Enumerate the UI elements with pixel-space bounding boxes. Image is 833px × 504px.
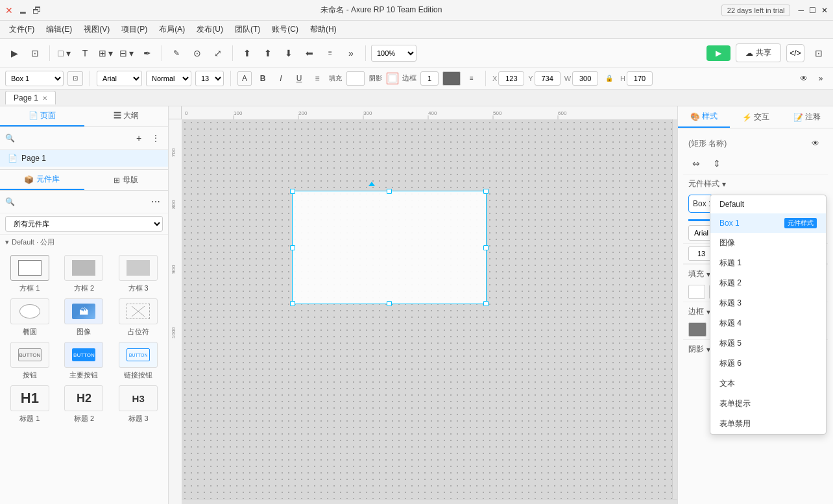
zoom-select[interactable]: 100% [371,45,416,62]
comp-item-primary-button[interactable]: BUTTON 主要按钮 [60,342,109,380]
pen-tool[interactable]: ✒ [138,44,156,62]
border-width-input[interactable] [420,71,439,86]
comp-item-h1[interactable]: H1 标题 1 [5,385,54,424]
win-restore-icon[interactable]: ☐ [809,6,816,15]
comp-item-button[interactable]: BUTTON 按钮 [5,342,54,380]
connect-tool[interactable]: ⊙ [188,44,206,62]
more-format-btn[interactable]: » [814,71,828,86]
crop-tool[interactable]: ⊡ [26,44,44,62]
handle-tl[interactable] [290,189,295,194]
handle-tr[interactable] [483,189,489,194]
more-tools[interactable]: » [342,44,360,62]
align-h-btn[interactable]: ⇔ [688,156,704,171]
table-tool[interactable]: ⊟ ▾ [117,44,136,62]
dropdown-item-form-disabled[interactable]: 表单禁用 [710,414,826,434]
rect-tool[interactable]: □ ▾ [55,44,73,62]
menu-project[interactable]: 项目(P) [116,22,152,37]
widget-type-btn[interactable]: ⊡ [67,71,83,86]
fill-color-swatch-right[interactable] [688,285,705,299]
handle-mr[interactable] [483,245,489,250]
menu-edit[interactable]: 编辑(E) [41,22,77,37]
menu-account[interactable]: 账号(C) [267,22,304,37]
canvas-background[interactable] [182,119,677,504]
dropdown-item-form-hint[interactable]: 表单提示 [710,394,826,414]
align-bottom[interactable]: ⬇ [280,44,298,62]
dropdown-item-h2[interactable]: 标题 2 [710,273,826,293]
text-tool[interactable]: T [76,44,94,62]
dropdown-item-h5[interactable]: 标题 5 [710,333,826,354]
font-color-btn[interactable]: A [237,71,252,86]
border-color-swatch[interactable] [442,71,461,86]
dropdown-item-text[interactable]: 文本 [710,374,826,394]
comp-item-h2[interactable]: H2 标题 2 [60,385,109,424]
shadow-color-swatch[interactable] [387,73,398,84]
comp-item-link-button[interactable]: BUTTON 链接按钮 [114,342,163,380]
resize-tool[interactable]: ⤢ [209,44,227,62]
share-button[interactable]: ☁ 共享 [736,43,781,62]
canvas-area[interactable]: 0 100 200 300 400 500 600 700 800 [169,106,677,504]
comp-item-box3[interactable]: 方框 3 [114,255,163,293]
win-close-icon[interactable]: ✕ [821,6,828,15]
window-controls[interactable]: ✕ 🗕 🗗 [5,5,42,16]
h-scrollbar[interactable] [182,499,677,504]
dropdown-item-box1[interactable]: Box 1 元件样式 [710,213,826,233]
comp-item-box1[interactable]: 方框 1 [5,255,54,293]
tab-pages[interactable]: 📄 页面 [0,106,84,126]
x-input[interactable] [498,71,524,86]
win-minimize-icon[interactable]: ─ [798,6,804,15]
tab-components[interactable]: 📦 元件库 [0,170,84,190]
tab-masters[interactable]: ⊞ 母版 [84,170,169,190]
border-color-swatch-right[interactable] [688,322,706,337]
select-tool[interactable]: ▶ [5,44,23,62]
comp-library-select[interactable]: 所有元件库 [5,216,163,232]
widget-name-select[interactable]: Box 1 [5,71,64,86]
visibility-toggle-btn[interactable]: 👁 [808,136,823,150]
comp-item-ellipse[interactable]: 椭圆 [5,298,54,337]
widget-tool[interactable]: ⊞ ▾ [97,44,115,62]
tab-interact[interactable]: ⚡ 交互 [730,106,782,128]
minimize-icon[interactable]: 🗕 [18,5,27,16]
pencil-tool[interactable]: ✎ [167,44,186,62]
dropdown-item-h1[interactable]: 标题 1 [710,253,826,273]
comp-item-box2[interactable]: 方框 2 [60,255,109,293]
align-center2[interactable]: ≡ [321,44,339,62]
tab-notes[interactable]: 📝 注释 [781,106,833,128]
page-item-1[interactable]: 📄 Page 1 [0,150,168,167]
handle-ml[interactable] [290,245,295,250]
align-middle[interactable]: ⬆ [259,44,277,62]
handle-bm[interactable] [387,301,392,306]
y-input[interactable] [535,71,561,86]
v-scrollbar[interactable] [672,119,677,499]
comp-item-placeholder[interactable]: 占位符 [114,298,163,337]
page-tab-1[interactable]: Page 1 ✕ [5,91,56,104]
visibility-btn[interactable]: 👁 [797,71,811,86]
list-btn[interactable]: ≡ [310,71,324,86]
preview-button[interactable]: ▶ [706,45,730,61]
menu-team[interactable]: 团队(T) [230,22,265,37]
font-size-select[interactable]: 13 [195,71,224,86]
dropdown-item-default[interactable]: Default [710,195,826,213]
canvas-shape-box[interactable] [292,191,487,304]
align-v-btn[interactable]: ⇕ [709,156,725,171]
comp-more-btn[interactable]: ⋯ [149,195,163,209]
comp-item-h3[interactable]: H3 标题 3 [114,385,163,424]
add-page-btn[interactable]: + [132,131,146,145]
handle-br[interactable] [483,301,489,306]
menu-file[interactable]: 文件(F) [4,22,40,37]
border-style-btn[interactable]: ≡ [465,71,479,86]
tab-close-btn[interactable]: ✕ [42,95,47,102]
page-options-btn[interactable]: ⋮ [149,131,163,145]
maximize-icon[interactable]: 🗗 [32,5,42,16]
bold-btn[interactable]: B [256,71,270,86]
comp-search-input[interactable] [18,197,146,206]
font-family-select[interactable]: Arial [97,71,142,86]
handle-tm[interactable] [387,189,392,194]
code-button[interactable]: </> [786,44,804,62]
w-input[interactable] [572,71,598,86]
align-top[interactable]: ⬆ [238,44,256,62]
lock-ratio-btn[interactable]: 🔒 [602,71,616,86]
dropdown-item-h6[interactable]: 标题 6 [710,354,826,374]
font-style-select[interactable]: Normal [146,71,191,86]
fill-color-swatch[interactable] [346,71,365,86]
handle-bl[interactable] [290,301,295,306]
